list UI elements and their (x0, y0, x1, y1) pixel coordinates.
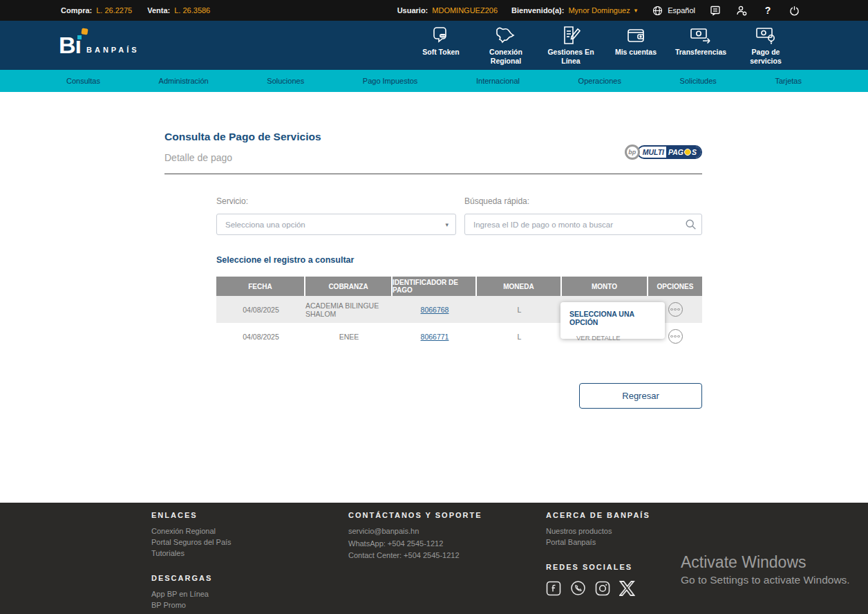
search-icon[interactable] (685, 218, 697, 233)
footer-link-bp-promo[interactable]: BP Promo (151, 599, 232, 611)
row-options-button[interactable] (668, 329, 683, 344)
nav-item-mis-cuentas[interactable]: Mis cuentas (611, 26, 661, 57)
contact-email[interactable]: servicio@banpais.hn (348, 525, 482, 538)
column-header-cobranza: COBRANZA (305, 277, 393, 296)
footer-links-column: ENLACES Conexión Regional Portal Seguros… (151, 511, 232, 611)
footer-link-nuestros-productos[interactable]: Nuestros productos (546, 525, 650, 537)
banpais-logo[interactable]: Bı BANPAÍS (59, 35, 140, 56)
multipagos-wordmark: MULTI PAGS (637, 145, 702, 159)
bienvenido-value: Mynor Dominguez (568, 6, 630, 15)
options-popup-menu: SELECCIONA UNA OPCIÓN VER DETALLE (560, 302, 665, 339)
nav-item-pago-servicios[interactable]: Pago de servicios (741, 26, 791, 65)
dot-icon (674, 335, 677, 338)
compra-value: L. 26.2275 (96, 6, 132, 15)
user-settings-icon[interactable] (735, 4, 748, 17)
exchange-rates: Compra: L. 26.2275 Venta: L. 26.3586 (61, 6, 210, 15)
menu-item-internacional[interactable]: Internacional (476, 77, 520, 85)
contact-whatsapp: WhatsApp: +504 2545-1212 (348, 538, 482, 550)
logo-cyan-dot (77, 35, 82, 39)
nav-item-conexion-regional[interactable]: Conexión Regional (481, 26, 531, 65)
main-content: Consulta de Pago de Servicios Detalle de… (0, 92, 868, 503)
multipagos-bp-badge: bp (625, 145, 640, 160)
logout-power-icon[interactable] (788, 4, 800, 17)
messages-icon[interactable] (709, 4, 721, 17)
footer-link-conexion-regional[interactable]: Conexión Regional (151, 525, 232, 537)
nav-item-label: Pago de servicios (741, 48, 791, 65)
multipagos-multi-text: MULTI (639, 148, 666, 156)
cell-fecha: 04/08/2025 (216, 323, 305, 350)
enlaces-heading: ENLACES (151, 511, 232, 519)
redes-heading: REDES SOCIALES (546, 563, 650, 571)
servicio-field: Servicio: Selecciona una opción ▾ (216, 196, 456, 235)
instagram-icon[interactable] (595, 581, 610, 596)
language-label: Español (668, 6, 695, 15)
column-header-moneda: MONEDA (477, 277, 562, 296)
page-footer: ENLACES Conexión Regional Portal Seguros… (0, 503, 868, 614)
footer-link-portal-banpais[interactable]: Portal Banpaís (546, 537, 650, 548)
menu-item-tarjetas[interactable]: Tarjetas (775, 77, 802, 85)
servicio-select-value: Selecciona una opción (225, 221, 305, 229)
menu-item-consultas[interactable]: Consultas (66, 77, 100, 85)
descargas-block: DESCARGAS App BP en Línea BP Promo (151, 574, 232, 611)
menu-item-administracion[interactable]: Administración (159, 77, 209, 85)
menu-item-solicitudes[interactable]: Solicitudes (680, 77, 717, 85)
regional-map-icon (495, 26, 517, 45)
nav-item-label: Mis cuentas (615, 48, 657, 57)
facebook-icon[interactable] (546, 581, 561, 596)
popup-option-ver-detalle[interactable]: VER DETALLE (576, 334, 665, 342)
windows-activation-watermark: Activate Windows Go to Settings to activ… (681, 553, 850, 586)
soft-token-icon (431, 26, 451, 45)
row-options-button[interactable] (668, 302, 683, 317)
logo-bi-text: Bı (59, 35, 81, 56)
wallet-icon (625, 26, 646, 45)
nav-item-label: Soft Token (422, 48, 459, 57)
help-icon[interactable]: ? (762, 4, 774, 17)
footer-contact-column: CONTÁCTANOS Y SOPORTE servicio@banpais.h… (348, 511, 482, 562)
payment-id-link[interactable]: 8066768 (421, 306, 449, 314)
x-twitter-icon[interactable] (619, 581, 635, 596)
footer-link-tutoriales[interactable]: Tutoriales (151, 548, 232, 559)
popup-title: SELECCIONA UNA OPCIÓN (569, 310, 665, 326)
multipagos-logo: bp MULTI PAGS (625, 145, 702, 160)
search-box (464, 214, 702, 235)
column-header-opciones: OPCIONES (648, 277, 702, 296)
venta-value: L. 26.3586 (174, 6, 210, 15)
cell-cobranza: ENEE (305, 323, 393, 350)
payment-id-link[interactable]: 8066771 (421, 333, 449, 341)
footer-link-app-bp[interactable]: App BP en Línea (151, 588, 232, 599)
menu-item-operaciones[interactable]: Operaciones (578, 77, 621, 85)
globe-icon (651, 4, 663, 17)
logo-orange-square (81, 28, 88, 35)
cell-fecha: 04/08/2025 (216, 296, 305, 323)
filter-form: Servicio: Selecciona una opción ▾ Búsque… (216, 196, 702, 235)
welcome-user-dropdown[interactable]: Bienvenido(a): Mynor Dominguez ▾ (511, 6, 637, 15)
usuario-label: Usuario: (397, 6, 428, 15)
compra-label: Compra: (61, 6, 92, 15)
chevron-down-icon: ▾ (634, 7, 638, 14)
table-header: FECHA COBRANZA IDENTIFICADOR DE PAGO MON… (216, 277, 702, 296)
language-selector[interactable]: Español (651, 4, 695, 17)
busqueda-label: Búsqueda rápida: (464, 196, 702, 206)
footer-link-portal-seguros[interactable]: Portal Seguros del País (151, 537, 232, 548)
search-input[interactable] (464, 214, 702, 235)
nav-item-gestiones[interactable]: Gestiones En Línea (546, 26, 596, 65)
exchange-rate-topbar: Compra: L. 26.2275 Venta: L. 26.3586 Usu… (0, 0, 868, 21)
venta-label: Venta: (147, 6, 170, 15)
dot-icon (677, 308, 680, 311)
usuario-info: Usuario: MDOMINGUEZ206 (397, 6, 498, 15)
cell-moneda: L (477, 323, 562, 350)
bienvenido-label: Bienvenido(a): (511, 6, 564, 15)
column-header-fecha: FECHA (216, 277, 305, 296)
money-transfer-icon (689, 26, 713, 45)
main-menu-bar: Consultas Administración Soluciones Pago… (0, 70, 868, 92)
menu-item-soluciones[interactable]: Soluciones (267, 77, 304, 85)
contacto-heading: CONTÁCTANOS Y SOPORTE (348, 511, 482, 519)
nav-item-transferencias[interactable]: Transferencias (676, 26, 726, 57)
servicio-select[interactable]: Selecciona una opción ▾ (216, 214, 456, 235)
whatsapp-icon[interactable] (570, 580, 586, 596)
menu-item-pago-impuestos[interactable]: Pago Impuestos (363, 77, 418, 85)
usuario-value: MDOMINGUEZ206 (432, 6, 498, 15)
nav-item-soft-token[interactable]: Soft Token (416, 26, 466, 57)
regresar-button[interactable]: Regresar (579, 383, 702, 409)
header-divider (164, 174, 702, 174)
